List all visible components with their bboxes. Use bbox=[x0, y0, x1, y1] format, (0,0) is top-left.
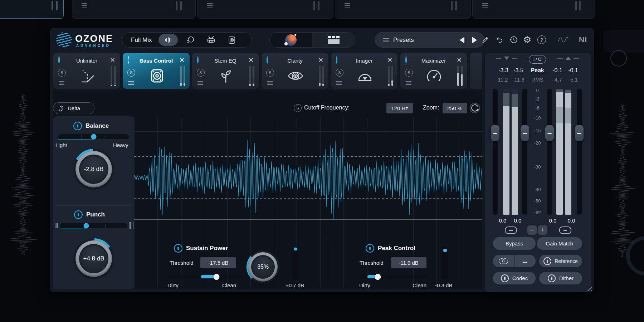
presets-bar[interactable]: Presets bbox=[375, 32, 484, 48]
gain-match-button[interactable]: Gain Match bbox=[537, 237, 582, 250]
tab-unlimiter[interactable]: Unlimiter ✕ S bbox=[53, 53, 120, 89]
vocal-icon bbox=[186, 35, 195, 45]
output-fader-left[interactable] bbox=[547, 89, 552, 215]
alt-solo-icon[interactable]: S bbox=[294, 104, 302, 112]
output-fader-right[interactable] bbox=[577, 89, 582, 215]
sustain-amount-knob[interactable]: 35% bbox=[247, 250, 279, 283]
punch-power-icon[interactable] bbox=[74, 210, 83, 219]
preset-prev-button[interactable] bbox=[460, 37, 464, 43]
stereo-mode-button[interactable] bbox=[493, 255, 514, 267]
tab-bass-control[interactable]: Bass Control ✕ S bbox=[123, 53, 190, 89]
controls-divider bbox=[327, 238, 327, 286]
input-fader-right[interactable] bbox=[522, 89, 527, 215]
fader-handle[interactable] bbox=[545, 125, 554, 141]
solo-icon[interactable]: S bbox=[266, 69, 274, 77]
delta-button[interactable]: Delta bbox=[53, 102, 94, 114]
mode-drums-button[interactable] bbox=[203, 35, 219, 45]
modules-view-icon bbox=[328, 36, 340, 44]
peak-slider-handle[interactable] bbox=[375, 274, 381, 280]
gain-plus-button[interactable]: + bbox=[538, 225, 547, 235]
background-tab-fragment bbox=[472, 0, 595, 19]
zoom-label: Zoom: bbox=[423, 104, 439, 111]
width-mode-button[interactable]: ↔ bbox=[514, 255, 536, 267]
punch-slider[interactable] bbox=[60, 223, 127, 228]
balance-power-icon[interactable] bbox=[73, 122, 82, 130]
tab-meter bbox=[253, 66, 254, 86]
input-fader-left[interactable] bbox=[493, 89, 498, 215]
tab-meter bbox=[180, 66, 182, 86]
tab-imager[interactable]: Imager ✕ S bbox=[331, 53, 397, 89]
list-icon[interactable] bbox=[197, 81, 203, 85]
list-icon[interactable] bbox=[267, 81, 273, 85]
close-icon[interactable]: ✕ bbox=[387, 57, 392, 63]
close-icon[interactable]: ✕ bbox=[248, 57, 254, 63]
close-icon[interactable]: ✕ bbox=[179, 57, 185, 63]
tab-meter bbox=[319, 66, 321, 86]
reference-button[interactable]: Reference bbox=[539, 255, 582, 267]
solo-icon[interactable]: S bbox=[58, 69, 66, 77]
dither-power-icon bbox=[548, 274, 556, 282]
sustain-slider-handle[interactable] bbox=[214, 274, 220, 280]
sustain-slider[interactable] bbox=[167, 275, 238, 278]
peak-power-icon[interactable] bbox=[366, 244, 374, 253]
scale-30: -30 bbox=[530, 164, 545, 170]
output-gain-l: 0.0 bbox=[545, 218, 560, 224]
sustain-threshold-value[interactable]: -17.5 dB bbox=[200, 257, 236, 268]
input-link-icon[interactable] bbox=[505, 226, 517, 234]
close-icon[interactable]: ✕ bbox=[318, 57, 323, 63]
io-badge[interactable]: I / O bbox=[529, 55, 546, 64]
output-meter-options[interactable] bbox=[557, 57, 579, 60]
codec-button[interactable]: Codec bbox=[493, 272, 536, 284]
tab-maximizer[interactable]: Maximizer ✕ S bbox=[400, 53, 467, 89]
list-icon[interactable] bbox=[128, 81, 134, 85]
peak-gain-value: -0.3 dB bbox=[435, 282, 452, 288]
input-meter-options[interactable] bbox=[496, 57, 517, 60]
close-icon[interactable]: ✕ bbox=[457, 57, 462, 63]
tab-meter bbox=[388, 66, 390, 86]
peak-threshold-value[interactable]: -11.0 dB bbox=[391, 257, 426, 268]
solo-icon[interactable]: S bbox=[127, 69, 135, 77]
output-link-icon[interactable] bbox=[559, 226, 571, 234]
fader-handle[interactable] bbox=[575, 125, 584, 141]
close-icon[interactable]: ✕ bbox=[110, 57, 115, 63]
punch-slider-handle[interactable] bbox=[84, 223, 89, 229]
sustain-power-icon[interactable] bbox=[174, 244, 182, 253]
gain-minus-button[interactable]: − bbox=[527, 225, 537, 235]
peak-slider[interactable] bbox=[359, 275, 428, 278]
solo-icon[interactable]: S bbox=[336, 69, 343, 77]
solo-icon[interactable]: S bbox=[197, 69, 205, 77]
balance-knob[interactable]: -2.8 dB bbox=[73, 149, 114, 190]
undo-icon[interactable] bbox=[495, 35, 504, 44]
punch-knob[interactable]: +4.8 dB bbox=[73, 238, 114, 279]
reset-zoom-icon[interactable] bbox=[468, 102, 481, 114]
mode-fullmix-button[interactable] bbox=[158, 34, 178, 46]
tab-meter bbox=[184, 66, 185, 86]
settings-gear-icon[interactable]: ⚙ bbox=[523, 34, 531, 45]
history-icon[interactable] bbox=[509, 35, 518, 44]
ni-logo: NI bbox=[579, 35, 587, 44]
tab-stem-eq[interactable]: Stem EQ ✕ S bbox=[192, 53, 259, 89]
cutoff-value[interactable]: 120 Hz bbox=[386, 103, 413, 113]
edit-pencil-icon[interactable] bbox=[481, 35, 490, 44]
solo-icon[interactable]: S bbox=[405, 69, 413, 77]
dither-button[interactable]: Dither bbox=[539, 272, 582, 284]
preset-next-button[interactable] bbox=[472, 37, 477, 43]
fader-handle[interactable] bbox=[521, 125, 529, 141]
balance-value: -2.8 dB bbox=[79, 155, 108, 184]
list-icon[interactable] bbox=[336, 81, 342, 85]
zoom-value[interactable]: 250 % bbox=[443, 103, 467, 113]
balance-slider-handle[interactable] bbox=[91, 134, 97, 140]
scale-inf: -Inf bbox=[530, 210, 545, 215]
fader-handle[interactable] bbox=[491, 125, 499, 141]
tab-clarity[interactable]: Clarity ✕ S bbox=[262, 53, 328, 89]
mode-vocal-button[interactable] bbox=[182, 35, 199, 45]
list-icon[interactable] bbox=[406, 81, 411, 85]
view-modules-button[interactable] bbox=[312, 33, 355, 47]
bypass-button[interactable]: Bypass bbox=[493, 237, 536, 250]
balance-slider[interactable] bbox=[58, 134, 129, 139]
sustain-gain-meter bbox=[293, 247, 298, 279]
view-assistant-button[interactable] bbox=[270, 33, 312, 47]
help-icon[interactable]: ? bbox=[537, 35, 546, 44]
list-icon[interactable] bbox=[59, 81, 64, 85]
mode-bass-button[interactable] bbox=[224, 35, 240, 45]
